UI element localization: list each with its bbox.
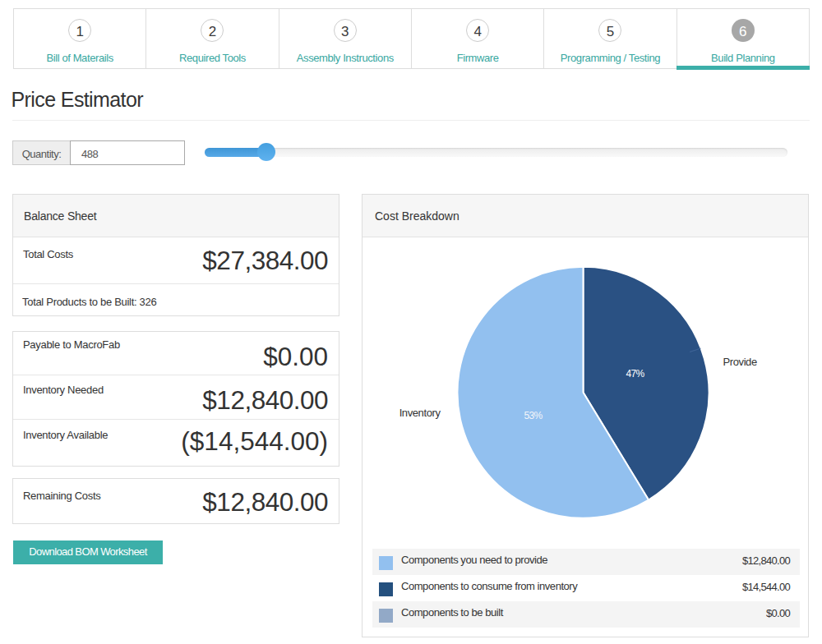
svg-text:47%: 47% bbox=[626, 368, 645, 380]
svg-text:Provide: Provide bbox=[723, 356, 757, 368]
svg-text:Inventory: Inventory bbox=[399, 407, 441, 419]
svg-text:53%: 53% bbox=[524, 410, 543, 421]
